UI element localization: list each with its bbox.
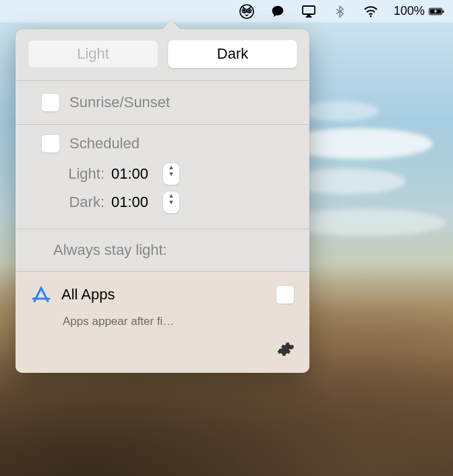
system-menubar: 100% [0, 0, 453, 23]
segment-dark[interactable]: Dark [168, 40, 297, 68]
all-apps-title: All Apps [61, 286, 266, 303]
popover-arrow [162, 20, 181, 30]
appearance-segmented-control: Light Dark [16, 29, 309, 81]
bluetooth-icon[interactable] [332, 3, 348, 20]
segment-dark-label: Dark [217, 45, 248, 63]
dark-time-value[interactable]: 01:00 [111, 194, 156, 211]
svg-point-4 [248, 10, 249, 11]
svg-rect-5 [303, 6, 315, 14]
cloud-decoration [298, 101, 379, 121]
owl-icon[interactable] [239, 3, 255, 20]
battery-percent: 100% [394, 4, 425, 18]
gear-icon[interactable] [277, 340, 295, 358]
svg-point-3 [243, 10, 245, 11]
light-time-value[interactable]: 01:00 [111, 165, 156, 183]
apps-section: All Apps Apps appear after fi… [16, 272, 309, 373]
sunrise-checkbox[interactable] [41, 93, 60, 112]
airplay-icon[interactable] [301, 3, 317, 20]
light-time-label: Light: [59, 165, 104, 183]
svg-point-6 [370, 15, 372, 17]
segment-light-label: Light [77, 45, 109, 63]
all-apps-subtitle: Apps appear after fi… [63, 315, 295, 328]
battery-charging-icon[interactable] [429, 3, 445, 20]
always-stay-light-label: Always stay light: [53, 241, 167, 258]
scheduled-label: Scheduled [69, 135, 140, 152]
wifi-icon[interactable] [363, 3, 379, 20]
dark-time-stepper[interactable]: ▲▼ [162, 191, 180, 214]
segment-light[interactable]: Light [28, 40, 158, 68]
sunrise-label: Sunrise/Sunset [69, 94, 170, 111]
app-store-icon [30, 284, 52, 305]
chat-bubble-icon[interactable] [270, 3, 286, 20]
scheduled-checkbox[interactable] [41, 134, 60, 153]
light-time-stepper[interactable]: ▲▼ [162, 162, 180, 185]
appearance-popover: Light Dark Sunrise/Sunset Scheduled Ligh… [16, 29, 309, 373]
svg-rect-8 [442, 10, 444, 13]
all-apps-checkbox[interactable] [276, 285, 295, 304]
dark-time-label: Dark: [59, 194, 104, 211]
